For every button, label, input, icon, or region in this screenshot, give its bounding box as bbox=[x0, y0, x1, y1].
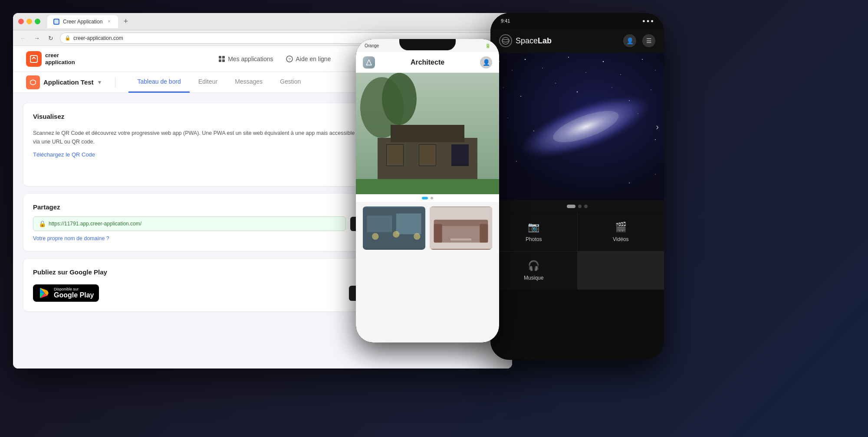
svg-point-157 bbox=[655, 139, 656, 140]
svg-rect-119 bbox=[356, 179, 499, 194]
space-profile-button[interactable]: 👤 bbox=[623, 34, 636, 47]
videos-icon: 🎬 bbox=[615, 222, 627, 233]
carousel-dot-1[interactable] bbox=[422, 197, 428, 199]
app-logo[interactable]: creer application bbox=[26, 51, 75, 67]
close-window-button[interactable] bbox=[18, 19, 24, 24]
space-menu-button[interactable]: ☰ bbox=[642, 34, 655, 47]
svg-point-141 bbox=[603, 61, 604, 62]
ssl-icon: 🔒 bbox=[65, 35, 71, 41]
space-header: SpaceLab 👤 ☰ bbox=[490, 29, 664, 53]
thumbnail-2[interactable] bbox=[430, 206, 492, 250]
new-tab-button[interactable]: + bbox=[123, 17, 128, 26]
svg-point-151 bbox=[651, 89, 651, 90]
app-name-selector[interactable]: Application Test ▼ bbox=[26, 75, 102, 89]
minimize-window-button[interactable] bbox=[26, 19, 32, 24]
svg-point-154 bbox=[507, 117, 508, 118]
svg-rect-131 bbox=[450, 238, 471, 241]
svg-point-146 bbox=[520, 96, 521, 97]
grid-item-musique[interactable]: 🎧 Musique bbox=[490, 251, 577, 290]
tab-editeur[interactable]: Editeur bbox=[190, 72, 226, 93]
phone-carousel-dots bbox=[356, 194, 499, 202]
svg-point-133 bbox=[502, 39, 509, 42]
space-carousel-dots bbox=[490, 200, 664, 212]
photos-label: Photos bbox=[526, 236, 542, 242]
phone-avatar: 👤 bbox=[480, 56, 492, 68]
browser-chrome: Creer Application × + bbox=[13, 13, 512, 30]
partagez-url-row: 🔒 https://11791.app.creer-application.co… bbox=[33, 216, 405, 231]
space-grid: 📷 Photos 🎬 Vidéos 🎧 Musique bbox=[490, 213, 664, 290]
space-status-bar: 9:41 ● ● ● bbox=[490, 13, 664, 29]
apps-icon bbox=[218, 55, 225, 62]
svg-point-125 bbox=[414, 233, 420, 240]
svg-point-155 bbox=[533, 130, 534, 131]
visualisez-description: Scannez le QR Code et découvrez votre pr… bbox=[33, 129, 357, 146]
browser-tab[interactable]: Creer Application × bbox=[47, 15, 118, 28]
phone-spacelab-screen: 9:41 ● ● ● SpaceLab 👤 ☰ bbox=[490, 13, 664, 360]
sub-nav-tabs: Tableau de bord Editeur Messages Gestion bbox=[128, 72, 309, 93]
space-logo-icon bbox=[499, 34, 512, 47]
gplay-text: Disponible sur Google Play bbox=[54, 287, 94, 299]
videos-label: Vidéos bbox=[613, 236, 628, 242]
svg-point-138 bbox=[542, 68, 543, 68]
space-dot-2[interactable] bbox=[578, 205, 582, 208]
svg-rect-117 bbox=[387, 145, 403, 166]
space-battery: ● ● ● bbox=[642, 18, 654, 23]
logo-icon bbox=[26, 51, 42, 67]
app-name-label: Application Test bbox=[43, 78, 94, 86]
svg-point-144 bbox=[655, 70, 656, 71]
google-play-row: Disponible sur Google Play Mettre à nive… bbox=[33, 284, 405, 302]
photos-icon: 📷 bbox=[528, 222, 539, 233]
thumbnail-1[interactable] bbox=[363, 206, 425, 250]
download-qr-link[interactable]: Téléchargez le QR Code bbox=[33, 151, 357, 158]
carousel-dot-2[interactable] bbox=[431, 197, 433, 199]
grid-item-videos[interactable]: 🎬 Vidéos bbox=[578, 213, 664, 251]
svg-rect-113 bbox=[391, 125, 464, 142]
svg-rect-116 bbox=[451, 144, 469, 166]
musique-icon: 🎧 bbox=[528, 260, 539, 271]
svg-point-156 bbox=[638, 113, 638, 114]
play-store-icon bbox=[38, 287, 50, 299]
carrier-text: Orange bbox=[365, 43, 379, 48]
back-button[interactable]: ← bbox=[18, 33, 28, 43]
svg-rect-121 bbox=[367, 215, 392, 232]
svg-point-132 bbox=[502, 37, 509, 44]
svg-rect-1 bbox=[30, 55, 37, 62]
space-chevron-right-icon[interactable]: › bbox=[656, 122, 659, 132]
musique-label: Musique bbox=[524, 275, 543, 281]
svg-rect-118 bbox=[419, 145, 436, 166]
custom-domain-link[interactable]: Votre propre nom de domaine ? bbox=[33, 235, 405, 241]
space-dot-3[interactable] bbox=[584, 205, 588, 208]
svg-rect-2 bbox=[219, 56, 221, 59]
phone-architecte: Orange 10:00 🔋 Architecte 👤 bbox=[356, 39, 499, 342]
reload-button[interactable]: ↻ bbox=[46, 33, 56, 43]
svg-point-149 bbox=[612, 87, 612, 88]
space-header-icons: 👤 ☰ bbox=[623, 34, 655, 47]
nav-mes-applications[interactable]: Mes applications bbox=[218, 55, 273, 62]
svg-rect-5 bbox=[222, 59, 225, 62]
forward-button[interactable]: → bbox=[32, 33, 42, 43]
svg-point-139 bbox=[568, 57, 569, 58]
phone-spacelab: 9:41 ● ● ● SpaceLab 👤 ☰ bbox=[490, 13, 664, 360]
svg-point-123 bbox=[372, 233, 378, 240]
tab-close-button[interactable]: × bbox=[106, 19, 112, 25]
grid-item-photos[interactable]: 📷 Photos bbox=[490, 213, 577, 251]
maximize-window-button[interactable] bbox=[35, 19, 40, 24]
phone-architecte-screen: Orange 10:00 🔋 Architecte 👤 bbox=[356, 39, 499, 342]
window-controls bbox=[18, 19, 40, 24]
google-play-badge: Disponible sur Google Play bbox=[33, 284, 99, 302]
url-text: creer-application.com bbox=[73, 35, 123, 41]
svg-point-142 bbox=[620, 74, 621, 75]
chevron-down-icon: ▼ bbox=[97, 79, 102, 85]
space-time: 9:41 bbox=[501, 18, 510, 23]
space-dot-1[interactable] bbox=[567, 205, 575, 208]
tab-messages[interactable]: Messages bbox=[226, 72, 271, 93]
phone-notch bbox=[399, 39, 456, 50]
tab-gestion[interactable]: Gestion bbox=[271, 72, 309, 93]
svg-rect-130 bbox=[480, 224, 488, 242]
tab-tableau-de-bord[interactable]: Tableau de bord bbox=[128, 72, 189, 93]
svg-point-111 bbox=[382, 73, 417, 125]
phone-hero-image bbox=[356, 73, 499, 194]
svg-point-147 bbox=[555, 83, 556, 84]
battery-icon: 🔋 bbox=[485, 43, 490, 48]
nav-aide-en-ligne[interactable]: ? Aide en ligne bbox=[286, 55, 331, 62]
